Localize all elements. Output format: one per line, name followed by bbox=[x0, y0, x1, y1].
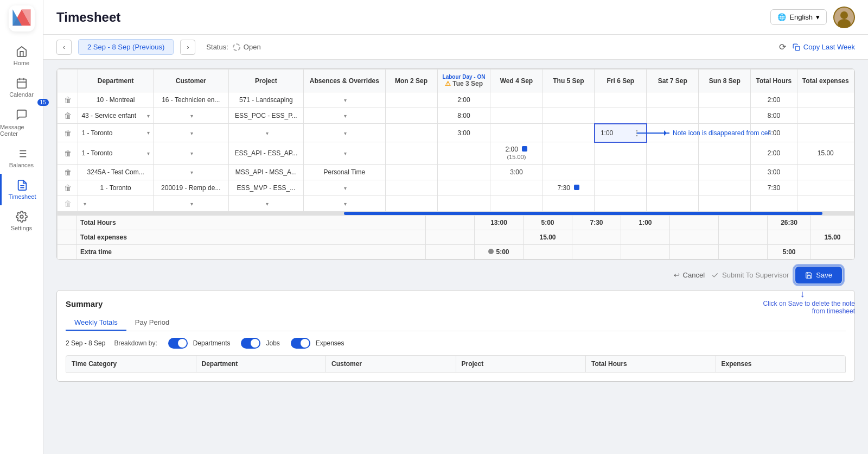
refresh-button[interactable]: ⟳ bbox=[779, 42, 786, 52]
fri-cell[interactable] bbox=[595, 196, 647, 212]
tue-cell[interactable]: 8:00 bbox=[437, 108, 490, 124]
scroll-bar-track[interactable] bbox=[57, 212, 854, 215]
mon-cell[interactable] bbox=[385, 165, 437, 180]
language-selector[interactable]: 🌐 English ▾ bbox=[770, 9, 827, 25]
project-cell[interactable]: ▾ bbox=[228, 124, 304, 142]
absences-cell[interactable]: ▾ bbox=[304, 180, 385, 196]
sat-cell[interactable] bbox=[647, 142, 699, 165]
sun-cell[interactable] bbox=[699, 196, 751, 212]
customer-cell[interactable]: ▾ bbox=[153, 196, 228, 212]
expenses-toggle[interactable] bbox=[291, 338, 310, 349]
project-cell[interactable]: ▾ bbox=[228, 196, 304, 212]
mon-cell[interactable] bbox=[385, 196, 437, 212]
wed-cell[interactable] bbox=[490, 180, 542, 196]
dept-toggle[interactable] bbox=[168, 338, 188, 349]
sidebar-item-home[interactable]: Home bbox=[0, 40, 43, 72]
fri-cell-highlighted[interactable]: 1:00 ⋮ Note icon is disappeared from cel… bbox=[595, 124, 647, 142]
delete-icon[interactable]: 🗑 bbox=[64, 129, 72, 137]
sun-cell[interactable] bbox=[699, 165, 751, 180]
sat-cell[interactable] bbox=[647, 165, 699, 180]
fri-cell[interactable] bbox=[595, 180, 647, 196]
user-avatar[interactable] bbox=[833, 7, 855, 28]
delete-icon[interactable]: 🗑 bbox=[64, 149, 72, 157]
sun-cell[interactable] bbox=[699, 180, 751, 196]
tue-cell[interactable] bbox=[437, 165, 490, 180]
tue-cell[interactable] bbox=[437, 180, 490, 196]
thu-cell[interactable] bbox=[542, 142, 595, 165]
sidebar-item-calendar[interactable]: Calendar bbox=[0, 72, 43, 103]
customer-cell[interactable]: ▾ bbox=[153, 124, 228, 142]
delete-icon[interactable]: 🗑 bbox=[64, 111, 72, 120]
dept-dropdown[interactable]: 43 - Service enfant ▾ bbox=[81, 112, 150, 119]
sat-cell[interactable] bbox=[647, 108, 699, 124]
prev-week-button[interactable]: ‹ bbox=[56, 40, 72, 55]
delete-cell[interactable]: 🗑 bbox=[58, 142, 78, 165]
sidebar-item-settings[interactable]: Settings bbox=[0, 205, 43, 237]
thu-cell[interactable] bbox=[542, 92, 595, 108]
absences-cell[interactable]: ▾ bbox=[304, 108, 385, 124]
delete-icon[interactable]: 🗑 bbox=[64, 168, 72, 176]
fri-cell[interactable] bbox=[595, 165, 647, 180]
thu-cell[interactable]: 7:30 bbox=[542, 180, 595, 196]
thu-cell[interactable] bbox=[542, 165, 595, 180]
customer-cell[interactable]: ▾ bbox=[153, 108, 228, 124]
fri-cell[interactable] bbox=[595, 92, 647, 108]
submit-to-supervisor-button[interactable]: Submit To Supervisor bbox=[711, 271, 789, 279]
wed-cell[interactable]: 3:00 bbox=[490, 165, 542, 180]
wed-cell[interactable]: 2:00 (15.00) bbox=[490, 142, 542, 165]
absences-cell[interactable]: ▾ bbox=[304, 196, 385, 212]
copy-last-week-button[interactable]: Copy Last Week bbox=[793, 43, 855, 51]
mon-cell[interactable] bbox=[385, 108, 437, 124]
dept-dropdown[interactable]: 1 - Toronto ▾ bbox=[81, 129, 150, 137]
sun-cell[interactable] bbox=[699, 124, 751, 142]
sat-cell[interactable] bbox=[647, 196, 699, 212]
delete-icon[interactable]: 🗑 bbox=[64, 96, 72, 104]
sun-cell[interactable] bbox=[699, 92, 751, 108]
next-week-button[interactable]: › bbox=[180, 40, 195, 55]
delete-cell[interactable]: 🗑 bbox=[58, 92, 78, 108]
tue-cell[interactable] bbox=[437, 142, 490, 165]
thu-cell[interactable] bbox=[542, 196, 595, 212]
sat-cell[interactable] bbox=[647, 180, 699, 196]
delete-icon[interactable]: 🗑 bbox=[64, 184, 72, 192]
thu-cell[interactable] bbox=[542, 108, 595, 124]
sidebar-item-messages[interactable]: 15 Message Center bbox=[0, 103, 43, 142]
table-scroll[interactable]: Department Customer Project Absences & O… bbox=[57, 69, 854, 260]
jobs-toggle[interactable] bbox=[241, 338, 260, 349]
sat-cell[interactable] bbox=[647, 92, 699, 108]
delete-cell[interactable]: 🗑 bbox=[58, 165, 78, 180]
cancel-button[interactable]: ↩ Cancel bbox=[674, 271, 705, 279]
tab-pay-period[interactable]: Pay Period bbox=[126, 315, 178, 331]
absences-cell[interactable]: ▾ bbox=[304, 92, 385, 108]
dept-dropdown[interactable]: ▾ bbox=[81, 201, 150, 207]
save-button[interactable]: Save bbox=[795, 267, 842, 283]
tue-cell[interactable]: 3:00 bbox=[437, 124, 490, 142]
tue-cell[interactable]: 2:00 bbox=[437, 92, 490, 108]
scroll-bar-thumb[interactable] bbox=[344, 212, 822, 215]
mon-cell[interactable] bbox=[385, 124, 437, 142]
thu-cell[interactable] bbox=[542, 124, 595, 142]
sat-cell[interactable] bbox=[647, 124, 699, 142]
delete-icon[interactable]: 🗑 bbox=[64, 199, 72, 208]
cell-options-icon[interactable]: ⋮ bbox=[633, 129, 641, 137]
customer-cell[interactable]: ▾ bbox=[153, 165, 228, 180]
delete-cell[interactable]: 🗑 bbox=[58, 180, 78, 196]
tue-cell[interactable] bbox=[437, 196, 490, 212]
sun-cell[interactable] bbox=[699, 142, 751, 165]
wed-cell[interactable] bbox=[490, 124, 542, 142]
delete-cell[interactable]: 🗑 bbox=[58, 108, 78, 124]
fri-cell[interactable] bbox=[595, 142, 647, 165]
tab-weekly-totals[interactable]: Weekly Totals bbox=[66, 315, 126, 331]
sun-cell[interactable] bbox=[699, 108, 751, 124]
customer-cell[interactable]: ▾ bbox=[153, 142, 228, 165]
wed-cell[interactable] bbox=[490, 92, 542, 108]
fri-cell[interactable] bbox=[595, 108, 647, 124]
absences-cell[interactable]: ▾ bbox=[304, 142, 385, 165]
dept-dropdown[interactable]: 1 - Toronto ▾ bbox=[81, 149, 150, 157]
mon-cell[interactable] bbox=[385, 180, 437, 196]
wed-cell[interactable] bbox=[490, 196, 542, 212]
wed-cell[interactable] bbox=[490, 108, 542, 124]
mon-cell[interactable] bbox=[385, 92, 437, 108]
delete-cell[interactable]: 🗑 bbox=[58, 196, 78, 212]
absences-cell[interactable]: ▾ bbox=[304, 124, 385, 142]
